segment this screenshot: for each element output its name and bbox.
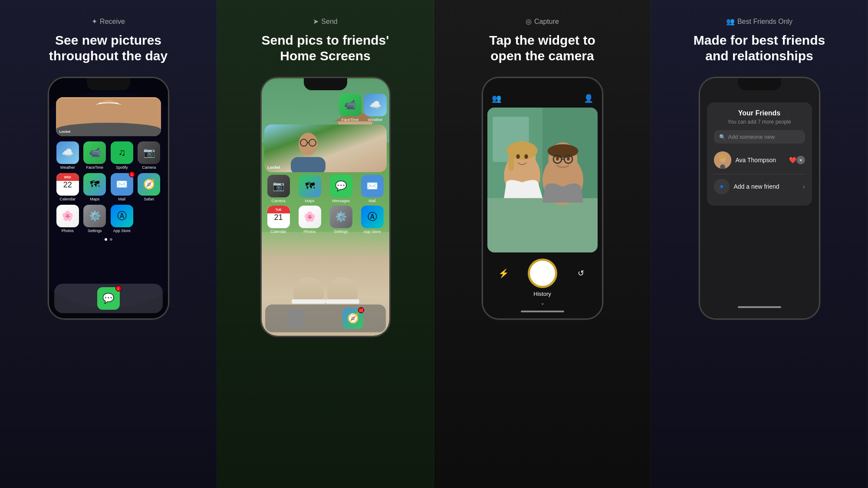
receive-icon: ✦: [92, 17, 97, 26]
safari-dock-icon: 🧭 12: [342, 308, 363, 329]
remove-friend-button[interactable]: ✕: [796, 156, 805, 164]
capture-icon: ◎: [526, 17, 532, 26]
shoe-left: [293, 277, 324, 301]
add-friend-icon: ✦: [714, 179, 730, 194]
phone-screen-2: 📹 FaceTime ☁️ Weather: [262, 78, 389, 336]
search-icon: 🔍: [719, 134, 726, 140]
flip-camera-button[interactable]: ↺: [573, 265, 589, 281]
mini-icon-3: [287, 319, 296, 327]
app-settings: ⚙️ Settings: [83, 205, 107, 233]
homescreen-overlay: 📹 FaceTime ☁️ Weather: [264, 94, 387, 236]
friends-panel: Your Friends You can add 7 more people 🔍…: [707, 102, 812, 206]
app-weather: ☁️ Weather: [56, 141, 80, 170]
svg-rect-29: [508, 151, 514, 171]
svg-point-17: [299, 133, 318, 155]
mini-icon-2: [296, 310, 305, 318]
app-calendar: WED 22 Calendar: [56, 173, 80, 201]
send-icon: ➤: [313, 17, 319, 26]
facetime-overlay: 📹 FaceTime: [339, 94, 362, 122]
add-friend-row[interactable]: ✦ Add a new friend ›: [714, 174, 805, 199]
cal-date: 22: [63, 181, 72, 189]
page-dots-1: [54, 238, 163, 241]
overlay-maps: 🗺 Maps: [296, 175, 324, 203]
flash-button[interactable]: ⚡: [496, 265, 512, 281]
best-friends-panel: 👥 Best Friends Only Made for best friend…: [651, 0, 868, 488]
search-placeholder-text: Add someone new: [728, 134, 775, 140]
ava-thompson-row: Ava Thompson ❤️ ✕: [714, 148, 805, 172]
profile-icon: 👤: [584, 94, 593, 103]
svg-rect-4: [99, 102, 118, 108]
svg-point-3: [95, 102, 122, 109]
send-title: Send pics to friends' Home Screens: [256, 33, 395, 64]
friend-name-ava: Ava Thompson: [736, 157, 787, 164]
friends-icon: 👥: [492, 94, 501, 103]
mini-grid-icon: [287, 310, 305, 327]
dock-badge: 12: [358, 307, 364, 313]
capture-title: Tap the widget to open the camera: [473, 33, 612, 64]
friend-heart-emoji: ❤️: [789, 157, 796, 164]
locket-widget-large: Locket: [56, 97, 161, 136]
dot-1: [105, 238, 107, 241]
overlay-settings: ⚙️ Settings: [327, 206, 355, 234]
shoe-right: [327, 277, 358, 301]
svg-rect-18: [291, 157, 326, 172]
cal-day: WED: [64, 176, 71, 179]
svg-rect-0: [56, 98, 161, 135]
overlay-appstore: Ⓐ App Store: [358, 206, 387, 234]
app-spotify: ♫ Spotify: [110, 141, 134, 170]
add-someone-search[interactable]: 🔍 Add someone new: [714, 130, 805, 144]
home-indicator-3: [521, 311, 564, 312]
receive-title: See new pictures throughout the day: [39, 33, 178, 64]
capture-label: ◎ Capture: [526, 17, 559, 26]
phone-screen-3: 👥 👤: [483, 78, 602, 318]
phone-screen-4: Your Friends You can add 7 more people 🔍…: [700, 78, 819, 318]
dot-2: [110, 238, 112, 241]
phone-notch-3: [521, 78, 564, 90]
receive-label: ✦ Receive: [92, 17, 125, 26]
svg-point-6: [112, 110, 115, 113]
shoes-area: [262, 277, 389, 301]
add-friend-chevron-icon: ›: [803, 183, 805, 190]
shutter-button[interactable]: [529, 259, 556, 287]
app-grid-1: ☁️ Weather 📹 FaceTime ♫ Spotify 📷 Camera: [54, 141, 163, 233]
send-label-text: Send: [321, 18, 337, 26]
dock-1: 💬 2: [54, 284, 163, 313]
spacer: [707, 305, 812, 311]
capture-buttons-row: ⚡ ↺: [496, 259, 589, 287]
mail-badge: 1: [129, 171, 135, 177]
svg-rect-43: [719, 157, 720, 161]
phone-notch-4: [738, 78, 781, 90]
weather-overlay: ☁️ Weather: [364, 94, 387, 122]
app-maps: 🗺 Maps: [83, 173, 107, 201]
app-safari: 🧭 Safari: [137, 173, 161, 201]
app-appstore: Ⓐ App Store: [110, 205, 134, 233]
mini-icon-1: [287, 310, 296, 318]
app-photos: 🌸 Photos: [56, 205, 80, 233]
capture-controls: ⚡ ↺ History ⌄: [483, 252, 602, 318]
svg-point-30: [516, 154, 519, 159]
svg-point-1: [97, 100, 119, 126]
phone-notch-1: [87, 78, 130, 90]
selfie-image: [487, 108, 598, 252]
ava-avatar: [714, 151, 731, 169]
app-row-overlay: 📷 Camera 🗺 Maps 💬 Messages ✉️ Mail: [264, 175, 387, 203]
messages-badge: 2: [115, 285, 122, 291]
overlay-calendar: TUE 21 Calendar: [264, 206, 293, 234]
capture-panel: ◎ Capture Tap the widget to open the cam…: [434, 0, 651, 488]
best-friends-label-text: Best Friends Only: [737, 18, 792, 26]
send-phone: 📹 FaceTime ☁️ Weather: [260, 77, 391, 337]
best-friends-icon: 👥: [726, 17, 735, 26]
svg-point-38: [556, 157, 559, 160]
receive-header: ✦ Receive See new pictures throughout th…: [39, 17, 178, 64]
calendar-row-overlay: TUE 21 Calendar 🌸 Photos ⚙️ Settings: [264, 206, 387, 234]
locket-widget-label-2: Locket: [268, 165, 280, 170]
phone-screen-1: Locket ☁️ Weather 📹 FaceTime ♫ Spotify: [49, 78, 168, 318]
friends-subtitle: You can add 7 more people: [714, 119, 805, 125]
capture-label-text: Capture: [534, 18, 559, 26]
receive-panel: ✦ Receive See new pictures throughout th…: [0, 0, 217, 488]
best-friends-title: Made for best friends and relationships: [690, 33, 829, 64]
overlay-messages: 💬 Messages: [327, 175, 355, 203]
app-messages-dock: 💬 2: [97, 287, 120, 310]
overlay-photos: 🌸 Photos: [296, 206, 324, 234]
best-friends-header: 👥 Best Friends Only Made for best friend…: [690, 17, 829, 64]
